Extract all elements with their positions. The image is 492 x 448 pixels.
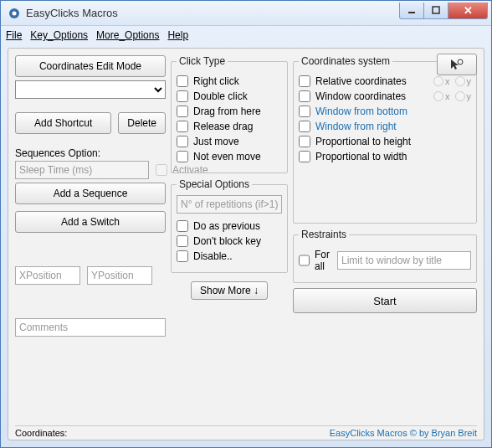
window-coordinates-checkbox[interactable] (299, 90, 310, 102)
relative-x-radio[interactable]: x (433, 76, 450, 86)
window: EasyClicks Macros ✕ File Key_Options Mor… (0, 0, 492, 448)
menu-key-options[interactable]: Key_Options (30, 29, 88, 41)
close-button[interactable]: ✕ (448, 3, 488, 19)
client-area: Coordinates Edit Mode Add Shortcut Delet… (8, 48, 484, 440)
svg-point-1 (13, 11, 17, 15)
window-coordinates-row: Window coordinates x y (299, 90, 471, 102)
window-from-bottom-checkbox[interactable]: Window from bottom (299, 106, 471, 117)
sequences-option-label: Sequences Option: (15, 147, 166, 159)
menubar: File Key_Options More_Options Help (1, 26, 491, 44)
relative-coordinates-checkbox[interactable] (299, 75, 310, 87)
proportional-height-checkbox[interactable]: Proportional to height (299, 136, 471, 147)
add-sequence-button[interactable]: Add a Sequence (15, 183, 166, 204)
app-icon (8, 7, 21, 20)
not-even-move-checkbox[interactable]: Not even move (177, 151, 282, 162)
add-shortcut-button[interactable]: Add Shortcut (15, 112, 111, 134)
coordinates-system-legend: Coordinates system (299, 55, 392, 67)
window-from-right-checkbox[interactable]: Window from right (299, 121, 471, 132)
menu-help[interactable]: Help (167, 29, 188, 41)
repetitions-input[interactable] (177, 195, 282, 214)
show-more-button[interactable]: Show More ↓ (191, 281, 268, 300)
drag-from-here-checkbox[interactable]: Drag from here (177, 106, 282, 117)
restraints-group: Restraints For all (293, 229, 477, 283)
relative-y-radio[interactable]: y (455, 76, 472, 86)
menu-more-options[interactable]: More_Options (96, 29, 159, 41)
dont-block-key-checkbox[interactable]: Don't block key (177, 235, 282, 247)
add-switch-button[interactable]: Add a Switch (15, 211, 166, 233)
svg-rect-2 (408, 12, 415, 13)
proportional-width-checkbox[interactable]: Proportional to width (299, 151, 471, 162)
right-click-checkbox[interactable]: Right click (177, 75, 282, 87)
window-title: EasyClicks Macros (26, 7, 400, 19)
window-y-radio[interactable]: y (455, 91, 472, 101)
cursor-icon (449, 58, 464, 71)
coordinates-system-group: Coordinates system Relative coordinates … (293, 55, 477, 224)
yposition-input[interactable] (87, 266, 152, 285)
special-options-group: Special Options Do as previous Don't blo… (171, 178, 288, 273)
menu-file[interactable]: File (6, 29, 22, 41)
right-column: Coordinates system Relative coordinates … (293, 55, 477, 424)
delete-button[interactable]: Delete (118, 112, 166, 134)
svg-point-4 (458, 59, 463, 64)
sleep-time-input[interactable] (15, 161, 149, 179)
relative-coordinates-row: Relative coordinates x y (299, 75, 471, 87)
middle-column: Click Type Right click Double click Drag… (171, 55, 288, 424)
left-column: Coordinates Edit Mode Add Shortcut Delet… (15, 55, 166, 424)
maximize-button[interactable] (423, 3, 448, 19)
pointer-tool-button[interactable] (437, 54, 477, 75)
shortcut-combo[interactable] (15, 80, 166, 99)
xposition-input[interactable] (15, 266, 80, 285)
window-controls: ✕ (400, 3, 488, 21)
titlebar[interactable]: EasyClicks Macros ✕ (1, 1, 491, 26)
minimize-button[interactable] (399, 3, 424, 19)
restraints-legend: Restraints (299, 229, 349, 240)
click-type-group: Click Type Right click Double click Drag… (171, 55, 288, 173)
svg-rect-3 (433, 7, 439, 13)
limit-window-input[interactable] (337, 251, 471, 270)
click-type-legend: Click Type (177, 55, 228, 67)
credit-link[interactable]: EasyClicks Macros © by Bryan Breit (330, 428, 477, 438)
coordinates-readout: Coordinates: (15, 428, 67, 438)
window-x-radio[interactable]: x (433, 91, 450, 101)
coordinates-edit-mode-button[interactable]: Coordinates Edit Mode (15, 55, 166, 77)
double-click-checkbox[interactable]: Double click (177, 90, 282, 102)
special-options-legend: Special Options (177, 178, 252, 190)
statusbar: Coordinates: EasyClicks Macros © by Brya… (15, 425, 477, 438)
start-button[interactable]: Start (293, 288, 477, 313)
just-move-checkbox[interactable]: Just move (177, 136, 282, 147)
do-as-previous-checkbox[interactable]: Do as previous (177, 220, 282, 232)
disable-checkbox[interactable]: Disable.. (177, 250, 282, 262)
for-all-checkbox[interactable]: For all (299, 249, 331, 272)
comments-input[interactable] (15, 318, 166, 337)
release-drag-checkbox[interactable]: Release drag (177, 121, 282, 132)
